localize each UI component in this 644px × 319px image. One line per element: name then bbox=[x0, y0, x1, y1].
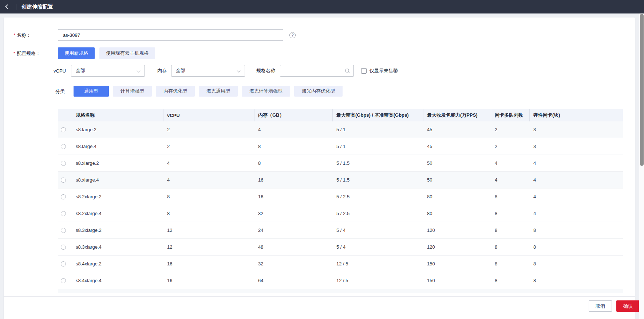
spec-name-text: s8.4xlarge.2 bbox=[76, 261, 102, 267]
back-arrow-icon bbox=[5, 4, 10, 9]
table-row[interactable]: s8.2xlarge.28165 / 2.58084 bbox=[58, 188, 623, 205]
spec-name-text: s8.xlarge.2 bbox=[76, 160, 99, 166]
table-row[interactable]: s8.2xlarge.48325 / 2.58084 bbox=[58, 205, 623, 222]
scrollbar-thumb[interactable] bbox=[640, 14, 644, 166]
category-tab-0[interactable]: 通用型 bbox=[74, 86, 109, 97]
queues-cell: 8 bbox=[491, 239, 530, 255]
category-tab-4[interactable]: 海光计算增强型 bbox=[242, 86, 290, 97]
queues-cell: 8 bbox=[491, 256, 530, 272]
title-divider bbox=[16, 4, 16, 10]
pps-cell: 45 bbox=[423, 138, 491, 155]
table-row[interactable]: s8.large.2245 / 14523 bbox=[58, 121, 623, 138]
memory-select[interactable]: 全部 bbox=[171, 65, 245, 77]
spec-name-cell: s8.3xlarge.2 bbox=[58, 222, 163, 238]
nics-cell: 3 bbox=[530, 138, 623, 155]
spec-name-cell: s8.2xlarge.4 bbox=[58, 205, 163, 222]
name-label: *名称： bbox=[13, 32, 31, 39]
category-tab-5[interactable]: 海光内存优化型 bbox=[294, 86, 343, 97]
help-icon[interactable]: ? bbox=[289, 32, 296, 38]
memory-select-value: 全部 bbox=[176, 67, 185, 74]
sold-out-filter[interactable]: 仅显示未售罄 bbox=[361, 67, 398, 74]
bandwidth-cell: 5 / 4 bbox=[333, 239, 423, 255]
name-input[interactable] bbox=[58, 29, 283, 41]
spec-name-text: s8.3xlarge.4 bbox=[76, 244, 102, 250]
category-tabs: 通用型计算增强型内存优化型海光通用型海光计算增强型海光内存优化型 bbox=[74, 86, 343, 97]
spec-name-cell: s8.large.4 bbox=[58, 138, 163, 155]
vcpu-select[interactable]: 全部 bbox=[71, 65, 145, 77]
row-radio-button[interactable] bbox=[61, 228, 66, 233]
bandwidth-cell: 5 / 2.5 bbox=[333, 188, 423, 205]
spec-name-cell: s8.3xlarge.4 bbox=[58, 239, 163, 255]
row-radio-button[interactable] bbox=[61, 127, 66, 132]
table-row[interactable]: s8.large.4285 / 14523 bbox=[58, 138, 623, 155]
spec-name-cell: s8.xlarge.4 bbox=[58, 172, 163, 188]
table-row[interactable]: s8.4xlarge.2163212 / 515088 bbox=[58, 256, 623, 272]
memory-cell: 16 bbox=[254, 172, 333, 188]
spec-option-1[interactable]: 使用现有云主机规格 bbox=[99, 47, 155, 59]
category-tab-2[interactable]: 内存优化型 bbox=[156, 86, 195, 97]
queues-cell: 8 bbox=[491, 188, 530, 205]
spec-name-cell: s8.large.2 bbox=[58, 121, 163, 138]
table-row[interactable]: s8.4xlarge.4166412 / 515088 bbox=[58, 272, 623, 289]
vcpu-cell: 16 bbox=[163, 272, 254, 289]
row-radio-button[interactable] bbox=[61, 144, 66, 149]
checkbox-unchecked-icon[interactable] bbox=[361, 68, 367, 74]
page-scrollbar[interactable] bbox=[639, 13, 644, 319]
memory-filter-label: 内存 bbox=[157, 67, 167, 74]
row-radio-button[interactable] bbox=[61, 261, 66, 267]
footer-divider bbox=[4, 296, 635, 297]
row-radio-button[interactable] bbox=[61, 245, 66, 250]
spec-name-search-input[interactable] bbox=[280, 65, 342, 76]
bandwidth-cell: 12 / 5 bbox=[333, 256, 423, 272]
vcpu-select-value: 全部 bbox=[76, 67, 85, 74]
page-title: 创建伸缩配置 bbox=[21, 4, 53, 10]
spec-name-text: s8.xlarge.4 bbox=[76, 177, 99, 183]
bandwidth-cell: 5 / 1 bbox=[333, 121, 423, 138]
queues-cell: 8 bbox=[491, 222, 530, 238]
row-radio-button[interactable] bbox=[61, 211, 66, 216]
memory-cell: 32 bbox=[254, 256, 333, 272]
queues-cell: 4 bbox=[491, 155, 530, 171]
nics-cell: 4 bbox=[530, 188, 623, 205]
vcpu-cell: 8 bbox=[163, 188, 254, 205]
spec-option-0[interactable]: 使用新规格 bbox=[58, 47, 95, 59]
spec-name-search bbox=[280, 65, 354, 77]
table-row[interactable]: s8.3xlarge.412485 / 412088 bbox=[58, 239, 623, 256]
chevron-down-icon bbox=[237, 69, 241, 73]
confirm-button[interactable]: 确认 bbox=[616, 300, 640, 312]
column-header-6: 弹性网卡(块) bbox=[530, 109, 623, 121]
column-header-3: 最大带宽(Gbps) / 基准带宽(Gbps) bbox=[333, 109, 423, 121]
vcpu-cell: 8 bbox=[163, 205, 254, 222]
row-radio-button[interactable] bbox=[61, 161, 66, 166]
spec-name-text: s8.4xlarge.4 bbox=[76, 278, 102, 283]
search-icon[interactable] bbox=[345, 68, 350, 74]
table-row[interactable]: s8.3xlarge.212245 / 412088 bbox=[58, 222, 623, 239]
spec-type-toggle: 使用新规格使用现有云主机规格 bbox=[58, 47, 155, 59]
required-asterisk: * bbox=[13, 32, 15, 38]
row-radio-button[interactable] bbox=[61, 278, 66, 283]
spec-table: 规格名称vCPU内存（GB）最大带宽(Gbps) / 基准带宽(Gbps)最大收… bbox=[58, 109, 623, 293]
column-header-4: 最大收发包能力(万PPS) bbox=[423, 109, 491, 121]
cancel-button[interactable]: 取消 bbox=[589, 300, 612, 312]
nics-cell: 8 bbox=[530, 256, 623, 272]
vcpu-cell: 4 bbox=[163, 172, 254, 188]
row-radio-button[interactable] bbox=[61, 178, 66, 183]
table-row[interactable]: s8.xlarge.2485 / 1.55044 bbox=[58, 155, 623, 172]
table-row[interactable]: s8.xlarge.44165 / 1.55044 bbox=[58, 172, 623, 188]
bandwidth-cell: 5 / 1.5 bbox=[333, 172, 423, 188]
pps-cell: 120 bbox=[423, 222, 491, 238]
category-tab-1[interactable]: 计算增强型 bbox=[113, 86, 152, 97]
back-button[interactable] bbox=[0, 0, 15, 13]
column-header-2: 内存（GB） bbox=[254, 109, 333, 121]
footer-actions: 取消 确认 bbox=[589, 300, 640, 312]
spec-name-cell: s8.xlarge.2 bbox=[58, 155, 163, 171]
spec-name-cell: s8.4xlarge.4 bbox=[58, 272, 163, 289]
nics-cell: 8 bbox=[530, 239, 623, 255]
category-tab-3[interactable]: 海光通用型 bbox=[199, 86, 238, 97]
row-radio-button[interactable] bbox=[61, 194, 66, 199]
vcpu-cell: 2 bbox=[163, 121, 254, 138]
bandwidth-cell: 5 / 2.5 bbox=[333, 205, 423, 222]
nics-cell: 4 bbox=[530, 205, 623, 222]
spec-name-cell: s8.4xlarge.2 bbox=[58, 256, 163, 272]
column-header-5: 网卡多队列数 bbox=[491, 109, 530, 121]
